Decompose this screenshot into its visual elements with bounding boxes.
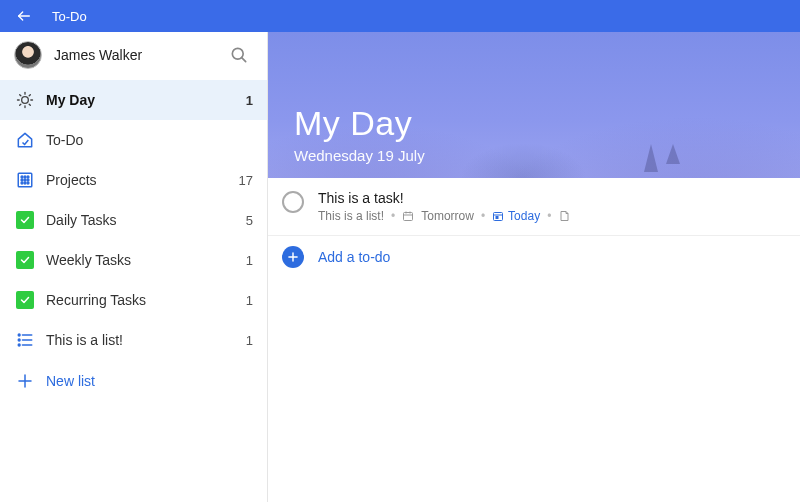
sidebar-item-count: 1 bbox=[235, 93, 253, 108]
sidebar-item-projects[interactable]: Projects 17 bbox=[0, 160, 267, 200]
svg-line-9 bbox=[29, 104, 30, 105]
username: James Walker bbox=[54, 47, 225, 63]
app-title: To-Do bbox=[48, 9, 87, 24]
page-title: My Day bbox=[294, 104, 774, 143]
svg-line-2 bbox=[242, 58, 246, 62]
task-due: Tomorrow bbox=[421, 209, 474, 223]
sidebar-item-count: 1 bbox=[235, 333, 253, 348]
sidebar-item-count: 1 bbox=[235, 293, 253, 308]
sidebar-item-todo[interactable]: To-Do bbox=[0, 120, 267, 160]
check-icon bbox=[14, 249, 36, 271]
profile-row[interactable]: James Walker bbox=[0, 32, 267, 78]
task-meta: This is a list! • Tomorrow • Today • bbox=[318, 209, 786, 223]
home-icon bbox=[14, 129, 36, 151]
svg-point-13 bbox=[21, 176, 23, 178]
back-button[interactable] bbox=[0, 0, 48, 32]
svg-rect-36 bbox=[496, 217, 498, 219]
sidebar-item-daily-tasks[interactable]: Daily Tasks 5 bbox=[0, 200, 267, 240]
add-todo-row[interactable]: Add a to-do bbox=[268, 236, 800, 278]
svg-point-16 bbox=[21, 179, 23, 181]
add-todo-label: Add a to-do bbox=[318, 249, 390, 265]
sidebar-item-recurring-tasks[interactable]: Recurring Tasks 1 bbox=[0, 280, 267, 320]
page-date: Wednesday 19 July bbox=[294, 147, 774, 164]
sidebar: James Walker My Day 1 To-Do bbox=[0, 32, 268, 502]
main: My Day Wednesday 19 July This is a task!… bbox=[268, 32, 800, 502]
titlebar: To-Do bbox=[0, 0, 800, 32]
search-icon bbox=[229, 45, 249, 65]
add-icon bbox=[282, 246, 304, 268]
arrow-left-icon bbox=[16, 8, 32, 24]
svg-point-14 bbox=[24, 176, 26, 178]
task-row[interactable]: This is a task! This is a list! • Tomorr… bbox=[268, 178, 800, 236]
task-list-name: This is a list! bbox=[318, 209, 384, 223]
task-today-chip: Today bbox=[492, 209, 540, 223]
svg-point-21 bbox=[27, 182, 29, 184]
sidebar-item-count: 5 bbox=[235, 213, 253, 228]
svg-point-15 bbox=[27, 176, 29, 178]
new-list-button[interactable]: New list bbox=[0, 360, 267, 402]
svg-line-8 bbox=[20, 95, 21, 96]
sidebar-item-label: This is a list! bbox=[46, 332, 235, 348]
svg-point-18 bbox=[27, 179, 29, 181]
calendar-icon bbox=[402, 210, 414, 222]
task-checkbox[interactable] bbox=[282, 191, 304, 213]
sidebar-item-custom-list[interactable]: This is a list! 1 bbox=[0, 320, 267, 360]
task-title: This is a task! bbox=[318, 190, 786, 206]
bullets-icon bbox=[14, 329, 36, 351]
sidebar-item-label: My Day bbox=[46, 92, 235, 108]
sidebar-lists: My Day 1 To-Do Projects 17 bbox=[0, 78, 267, 360]
plus-icon bbox=[14, 370, 36, 392]
sidebar-item-label: Recurring Tasks bbox=[46, 292, 235, 308]
check-icon bbox=[14, 289, 36, 311]
search-button[interactable] bbox=[225, 41, 253, 69]
svg-rect-30 bbox=[404, 213, 413, 221]
svg-line-11 bbox=[29, 95, 30, 96]
svg-line-10 bbox=[20, 104, 21, 105]
grid-icon bbox=[14, 169, 36, 191]
svg-point-27 bbox=[18, 344, 20, 346]
sidebar-item-label: Daily Tasks bbox=[46, 212, 235, 228]
sidebar-item-my-day[interactable]: My Day 1 bbox=[0, 80, 267, 120]
sidebar-item-label: Weekly Tasks bbox=[46, 252, 235, 268]
new-list-label: New list bbox=[46, 373, 95, 389]
sidebar-item-count: 1 bbox=[235, 253, 253, 268]
sidebar-item-weekly-tasks[interactable]: Weekly Tasks 1 bbox=[0, 240, 267, 280]
svg-point-3 bbox=[22, 97, 29, 104]
avatar bbox=[14, 41, 42, 69]
svg-point-26 bbox=[18, 339, 20, 341]
sidebar-item-count: 17 bbox=[235, 173, 253, 188]
sidebar-item-label: To-Do bbox=[46, 132, 235, 148]
svg-point-19 bbox=[21, 182, 23, 184]
svg-point-20 bbox=[24, 182, 26, 184]
sidebar-item-label: Projects bbox=[46, 172, 235, 188]
sun-icon bbox=[14, 89, 36, 111]
check-icon bbox=[14, 209, 36, 231]
hero-banner: My Day Wednesday 19 July bbox=[268, 32, 800, 178]
svg-point-17 bbox=[24, 179, 26, 181]
svg-point-25 bbox=[18, 334, 20, 336]
calendar-today-icon bbox=[492, 210, 504, 222]
note-icon bbox=[558, 210, 570, 222]
